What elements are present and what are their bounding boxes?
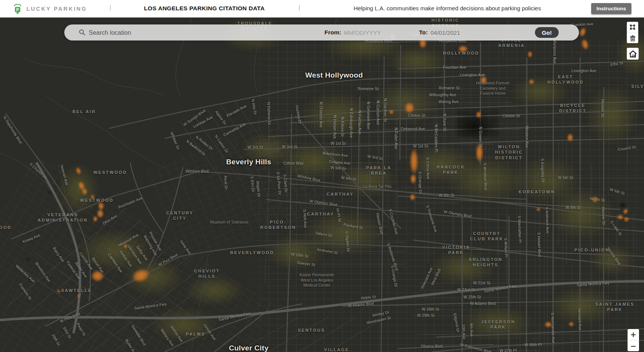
go-button[interactable]: Go! [535,27,559,38]
zip-home-button[interactable]: ZIP [627,48,639,60]
home-zip-icon: ZIP [628,49,637,58]
draw-controls [627,22,638,43]
from-label: From: [324,29,341,36]
page-title: LOS ANGELES PARKING CITATION DATA [144,5,264,12]
zip-label: ZIP [632,54,636,57]
from-date-input[interactable] [343,27,386,39]
cemetery-area [457,109,499,138]
major-roads [5,39,644,352]
zip-control: ZIP [627,48,639,60]
tagline: Helping L.A. communities make informed d… [354,5,541,11]
map-canvas[interactable]: West HollywoodBeverly HillsCulver CityTR… [0,17,644,352]
search-toolbar: From: To: Go! [64,24,579,41]
road-network [0,17,644,352]
zoom-out-button[interactable]: − [628,340,639,351]
app-header: P LUCKY PARKING | LOS ANGELES PARKING CI… [0,0,644,18]
parking-meter-icon: P [13,3,23,15]
zoom-in-button[interactable]: + [628,329,639,340]
search-input[interactable] [88,27,289,39]
header-divider: | [298,4,300,11]
brand: P LUCKY PARKING [13,3,87,15]
trash-button[interactable] [627,32,638,43]
search-icon [79,29,85,36]
instructions-button[interactable]: Instructions [591,3,631,14]
header-divider: | [109,4,111,11]
svg-text:P: P [16,7,19,12]
zoom-controls: + − [628,329,639,351]
brand-name: LUCKY PARKING [26,6,87,12]
polygon-draw-button[interactable] [627,22,638,32]
trash-icon [630,35,636,41]
polygon-draw-icon [629,24,636,30]
to-date-input[interactable] [430,27,473,39]
to-label: To: [419,29,428,36]
